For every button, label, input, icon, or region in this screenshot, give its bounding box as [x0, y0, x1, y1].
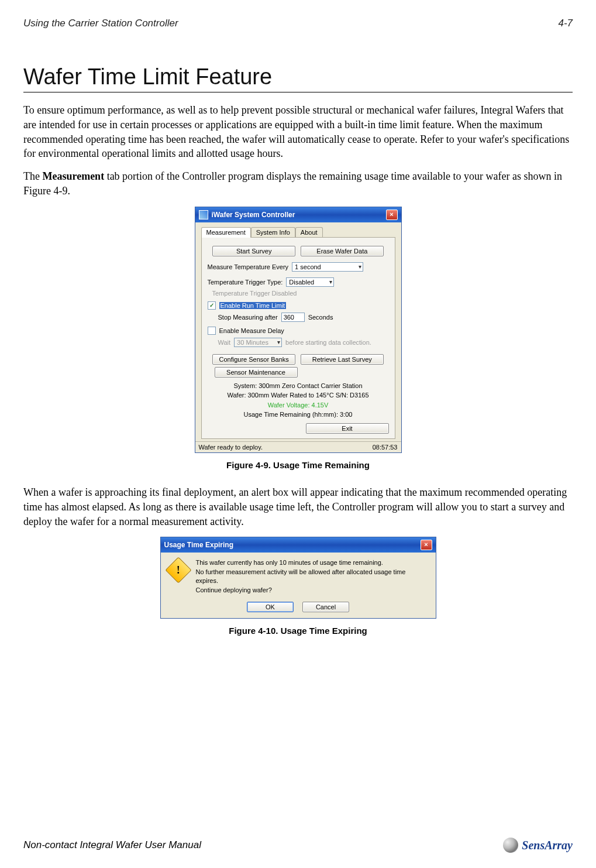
ok-button[interactable]: OK: [247, 602, 294, 612]
logo-swirl-icon: [503, 838, 518, 853]
retrieve-last-button[interactable]: Retrieve Last Survey: [301, 354, 384, 365]
paragraph-2c: tab portion of the Controller program di…: [23, 170, 562, 197]
controller-titlebar: iWafer System Controller ×: [195, 207, 401, 222]
expiring-line3: Continue deploying wafer?: [196, 586, 428, 595]
trigger-disabled-text: Temperature Trigger Disabled: [212, 290, 297, 297]
expiring-line2: No further measurement activity will be …: [196, 568, 428, 586]
erase-wafer-button[interactable]: Erase Wafer Data: [301, 246, 384, 256]
footer-logo: SensArray: [503, 838, 573, 853]
figure-2-wrap: Usage Time Expiring × ! This wafer curre…: [23, 537, 573, 619]
paragraph-2: The Measurement tab portion of the Contr…: [23, 169, 573, 198]
tab-about[interactable]: About: [295, 227, 323, 238]
stop-measuring-label: Stop Measuring after: [218, 314, 278, 321]
stop-measuring-input[interactable]: 360: [281, 313, 305, 322]
controller-title: iWafer System Controller: [212, 211, 295, 219]
paragraph-2b-bold: Measurement: [42, 170, 104, 182]
page-footer: Non-contact Integral Wafer User Manual S…: [23, 838, 573, 853]
status-left: Wafer ready to deploy.: [199, 444, 263, 451]
status-right: 08:57:53: [373, 444, 398, 451]
exit-button[interactable]: Exit: [306, 423, 389, 434]
figure-2-caption: Figure 4-10. Usage Time Expiring: [23, 626, 573, 636]
section-title: Wafer Time Limit Feature: [23, 64, 573, 90]
expiring-message: This wafer currently has only 10 minutes…: [196, 558, 428, 595]
sensor-maintenance-button[interactable]: Sensor Maintenance: [215, 367, 298, 378]
paragraph-1: To ensure optimum performance, as well a…: [23, 103, 573, 161]
trigger-type-select[interactable]: Disabled: [286, 277, 334, 287]
wafer-voltage-text: Wafer Voltage: 4.15V: [208, 400, 389, 410]
expiring-title: Usage Time Expiring: [164, 541, 233, 549]
paragraph-2a: The: [23, 170, 42, 182]
enable-delay-checkbox[interactable]: [208, 327, 216, 335]
expiring-window: Usage Time Expiring × ! This wafer curre…: [160, 537, 436, 619]
expiring-titlebar: Usage Time Expiring ×: [161, 537, 436, 553]
header-left: Using the Carrier Station Controller: [23, 18, 178, 29]
tabs-row: Measurement System Info About: [201, 227, 395, 238]
enable-runtime-checkbox[interactable]: [208, 301, 216, 310]
measure-every-select[interactable]: 1 second: [292, 262, 363, 272]
configure-banks-button[interactable]: Configure Sensor Banks: [212, 354, 295, 365]
paragraph-3: When a wafer is approaching its final de…: [23, 485, 573, 529]
close-icon[interactable]: ×: [386, 210, 398, 220]
close-icon[interactable]: ×: [421, 540, 432, 550]
app-icon: [199, 210, 208, 219]
warning-icon: !: [165, 557, 191, 584]
trigger-type-label: Temperature Trigger Type:: [208, 279, 283, 286]
seconds-label: Seconds: [308, 314, 333, 321]
system-info-text: System: 300mm Zero Contact Carrier Stati…: [208, 381, 389, 391]
status-bar: Wafer ready to deploy. 08:57:53: [195, 441, 401, 452]
enable-runtime-label: Enable Run Time Limit: [219, 302, 287, 309]
start-survey-button[interactable]: Start Survey: [212, 246, 295, 256]
title-rule: [23, 92, 573, 92]
before-collect-label: before starting data collection.: [285, 339, 371, 346]
tab-system-info[interactable]: System Info: [251, 227, 295, 238]
figure-1-caption: Figure 4-9. Usage Time Remaining: [23, 460, 573, 470]
cancel-button[interactable]: Cancel: [302, 602, 349, 612]
tab-panel: Start Survey Erase Wafer Data Measure Te…: [201, 237, 395, 439]
controller-window: iWafer System Controller × Measurement S…: [195, 207, 402, 453]
usage-remaining-text: Usage Time Remaining (hh:mm): 3:00: [208, 410, 389, 420]
wait-label: Wait: [218, 339, 231, 346]
wafer-info-text: Wafer: 300mm Wafer Rated to 145°C S/N: D…: [208, 390, 389, 400]
figure-1-wrap: iWafer System Controller × Measurement S…: [23, 207, 573, 453]
measure-every-label: Measure Temperature Every: [208, 263, 289, 270]
logo-text: SensArray: [522, 839, 573, 852]
header-right: 4-7: [558, 18, 573, 29]
tab-measurement[interactable]: Measurement: [201, 227, 251, 238]
wait-select: 30 Minutes: [234, 338, 282, 347]
enable-delay-label: Enable Measure Delay: [219, 327, 284, 334]
footer-text: Non-contact Integral Wafer User Manual: [23, 839, 201, 851]
expiring-line1: This wafer currently has only 10 minutes…: [196, 558, 428, 567]
page-header: Using the Carrier Station Controller 4-7: [23, 18, 573, 29]
